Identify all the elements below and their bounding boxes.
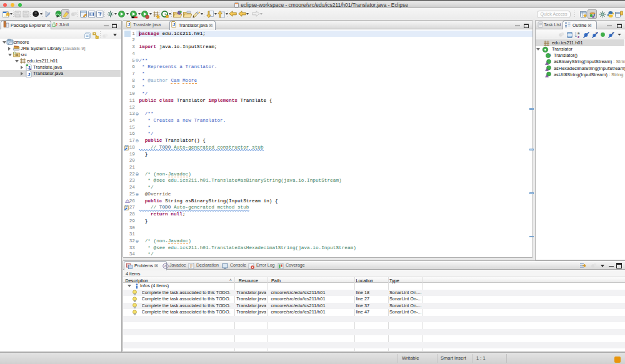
svg-text:J: J [172, 22, 175, 27]
svg-text:a: a [164, 263, 167, 268]
svg-text:J: J [128, 22, 130, 27]
svg-text:J: J [28, 71, 30, 77]
svg-text:c: c [549, 52, 551, 56]
svg-text:J: J [56, 22, 58, 26]
